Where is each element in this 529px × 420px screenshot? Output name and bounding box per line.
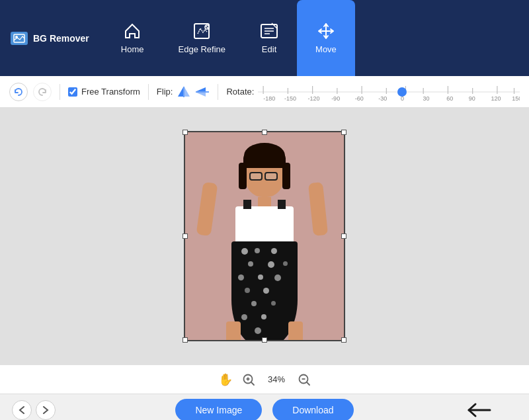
tab-edit-label: Edit (262, 44, 276, 54)
next-icon (42, 405, 49, 415)
move-icon (317, 22, 335, 40)
app-logo-icon (11, 32, 28, 45)
flip-vertical-icon[interactable] (195, 86, 210, 98)
redo-button[interactable] (33, 83, 52, 101)
canvas-area (0, 108, 529, 364)
app-title-text: BG Remover (33, 33, 89, 44)
flip-group: Flip: (157, 86, 210, 98)
toolbar-divider (60, 84, 60, 100)
svg-line-33 (307, 382, 309, 385)
app-title: BG Remover (11, 32, 89, 45)
tab-move[interactable]: Move (297, 0, 355, 76)
zoom-in-icon (242, 373, 255, 386)
image-canvas (184, 131, 345, 341)
rotate-label: Rotate: (226, 87, 254, 97)
rotate-ruler[interactable]: -180 -150 -120 -90 -60 -30 0 30 60 90 12… (258, 81, 520, 103)
new-image-button[interactable]: New Image (175, 399, 262, 421)
tab-home[interactable]: Home (102, 0, 163, 76)
zoom-in-button[interactable] (242, 373, 255, 386)
zoom-bar: ✋ 34% (0, 364, 529, 394)
tab-home-label: Home (121, 44, 144, 54)
next-nav-button[interactable] (36, 400, 56, 420)
flip-label: Flip: (157, 87, 173, 97)
tab-edit[interactable]: Edit (241, 0, 297, 76)
zoom-out-icon (298, 373, 311, 386)
svg-line-4 (206, 26, 208, 28)
flip-horizontal-icon[interactable] (177, 86, 191, 98)
toolbar: Free Transform Flip: Rotate: -180 -150 (0, 76, 529, 108)
zoom-out-button[interactable] (298, 373, 311, 386)
tab-edge-refine-label: Edge Refine (179, 44, 226, 54)
svg-marker-11 (184, 87, 190, 97)
prev-nav-button[interactable] (12, 400, 32, 420)
download-arrow-hint (464, 400, 493, 420)
arrow-hint-icon (464, 400, 493, 420)
home-icon (123, 22, 142, 40)
footer: New Image Download (0, 394, 529, 420)
toolbar-divider-3 (218, 84, 218, 100)
svg-marker-9 (178, 87, 183, 97)
tab-edge-refine[interactable]: Edge Refine (163, 0, 242, 76)
redo-icon (38, 87, 47, 97)
edge-refine-icon (192, 22, 211, 40)
nav-tabs: Home Edge Refine Edit (102, 0, 355, 76)
undo-button[interactable] (9, 83, 28, 101)
rotate-thumb[interactable] (397, 87, 407, 97)
header: BG Remover Home Edge Refine (0, 0, 529, 76)
svg-line-30 (251, 382, 254, 385)
toolbar-divider-2 (148, 84, 149, 100)
free-transform-label: Free Transform (81, 87, 140, 97)
action-buttons: New Image Download (175, 399, 353, 421)
free-transform-checkbox[interactable] (68, 87, 77, 97)
svg-marker-14 (196, 93, 206, 97)
tab-move-label: Move (315, 44, 337, 54)
free-transform-group: Free Transform (68, 87, 140, 97)
person-figure (212, 136, 317, 341)
rotate-group: Rotate: -180 -150 -120 -90 -60 -30 0 30 … (226, 81, 520, 103)
zoom-percent: 34% (264, 374, 288, 384)
image-container[interactable] (184, 131, 345, 341)
svg-marker-12 (196, 87, 206, 91)
download-button[interactable]: Download (272, 399, 353, 421)
undo-icon (14, 87, 23, 97)
hand-tool-icon[interactable]: ✋ (218, 372, 233, 387)
edit-icon (260, 22, 278, 40)
prev-icon (19, 405, 25, 415)
svg-rect-0 (14, 34, 24, 42)
